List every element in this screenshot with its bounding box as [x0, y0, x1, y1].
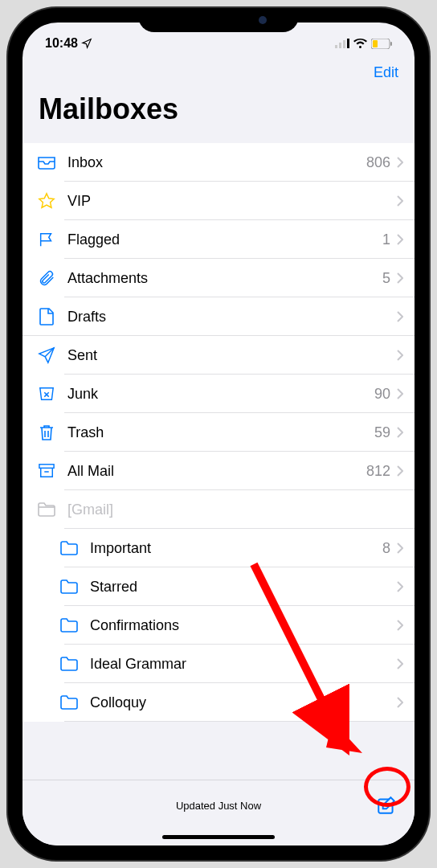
- chevron-right-icon: [397, 465, 403, 477]
- nav-bar: Edit: [22, 58, 415, 88]
- svg-marker-12: [326, 721, 362, 753]
- folder-icon: [58, 538, 80, 558]
- home-indicator[interactable]: [162, 835, 275, 839]
- mailbox-count: 812: [366, 463, 390, 480]
- chevron-right-icon: [397, 581, 403, 592]
- flag-icon: [35, 230, 58, 249]
- folder-icon: [58, 693, 80, 712]
- svg-marker-7: [39, 194, 54, 207]
- mailbox-row-junk[interactable]: Junk 90: [22, 375, 415, 413]
- chevron-right-icon: [397, 195, 403, 207]
- paperplane-icon: [35, 346, 58, 365]
- inbox-icon: [35, 153, 58, 172]
- trash-icon: [35, 423, 58, 442]
- edit-button[interactable]: Edit: [374, 64, 398, 81]
- chevron-right-icon: [397, 157, 403, 168]
- svg-rect-2: [343, 40, 345, 48]
- mailbox-label: Inbox: [67, 154, 366, 171]
- mailbox-row-trash[interactable]: Trash 59: [22, 413, 415, 452]
- screen: 10:48 Edit Mailboxes: [22, 23, 415, 845]
- folder-disabled-icon: [35, 500, 58, 519]
- mailbox-label: [Gmail]: [67, 502, 403, 518]
- clock: 10:48: [45, 36, 78, 51]
- annotation-highlight-circle: [364, 767, 410, 807]
- mailbox-row-attachments[interactable]: Attachments 5: [22, 259, 415, 297]
- mailbox-row--gmail-: [Gmail]: [22, 490, 415, 529]
- chevron-right-icon: [397, 311, 403, 322]
- mailbox-count: 806: [366, 154, 390, 171]
- mailbox-row-all-mail[interactable]: All Mail 812: [22, 452, 415, 490]
- junk-icon: [35, 384, 58, 403]
- svg-rect-8: [39, 465, 54, 469]
- svg-rect-5: [373, 40, 378, 47]
- wifi-icon: [353, 39, 367, 48]
- sync-status: Updated Just Now: [176, 800, 261, 812]
- chevron-right-icon: [397, 620, 403, 631]
- svg-rect-1: [339, 43, 341, 48]
- folder-icon: [58, 654, 80, 674]
- toolbar: Updated Just Now: [22, 780, 415, 845]
- paperclip-icon: [35, 268, 58, 288]
- star-icon: [35, 191, 58, 211]
- svg-rect-0: [335, 45, 337, 48]
- mailbox-count: 8: [382, 540, 390, 557]
- chevron-right-icon: [397, 427, 403, 438]
- svg-line-11: [254, 564, 342, 741]
- mailbox-count: 90: [374, 386, 390, 403]
- mailbox-label: All Mail: [67, 463, 366, 480]
- mailbox-label: Drafts: [67, 309, 397, 326]
- mailbox-row-sent[interactable]: Sent: [22, 336, 415, 375]
- notch: [138, 8, 299, 32]
- mailbox-row-inbox[interactable]: Inbox 806: [22, 143, 415, 182]
- location-arrow-icon: [81, 38, 92, 49]
- chevron-right-icon: [397, 697, 403, 708]
- folder-icon: [58, 616, 80, 635]
- mailbox-label: Flagged: [67, 231, 382, 248]
- battery-icon: [371, 39, 392, 49]
- mailbox-row-drafts[interactable]: Drafts: [22, 297, 415, 336]
- page-title: Mailboxes: [22, 88, 415, 136]
- mailbox-label: Sent: [67, 347, 397, 364]
- draft-icon: [35, 307, 58, 326]
- cellular-signal-icon: [335, 39, 349, 48]
- mailbox-row-flagged[interactable]: Flagged 1: [22, 220, 415, 259]
- phone-frame: 10:48 Edit Mailboxes: [8, 8, 429, 860]
- mailbox-count: 1: [382, 231, 390, 248]
- chevron-right-icon: [397, 350, 403, 361]
- chevron-right-icon: [397, 272, 403, 284]
- mailbox-label: Trash: [67, 424, 374, 441]
- mailbox-label: Important: [90, 540, 382, 557]
- mailbox-row-vip[interactable]: VIP: [22, 182, 415, 220]
- svg-rect-3: [347, 39, 349, 48]
- mailbox-label: Junk: [67, 386, 374, 403]
- annotation-arrow: [238, 556, 366, 765]
- chevron-right-icon: [397, 388, 403, 399]
- mailbox-count: 59: [374, 424, 390, 441]
- folder-icon: [58, 577, 80, 596]
- archive-icon: [35, 461, 58, 481]
- chevron-right-icon: [397, 234, 403, 245]
- chevron-right-icon: [397, 658, 403, 669]
- mailbox-count: 5: [382, 270, 390, 287]
- mailbox-label: VIP: [67, 193, 397, 210]
- mailbox-label: Attachments: [67, 270, 382, 287]
- chevron-right-icon: [397, 542, 403, 554]
- svg-rect-6: [390, 42, 392, 46]
